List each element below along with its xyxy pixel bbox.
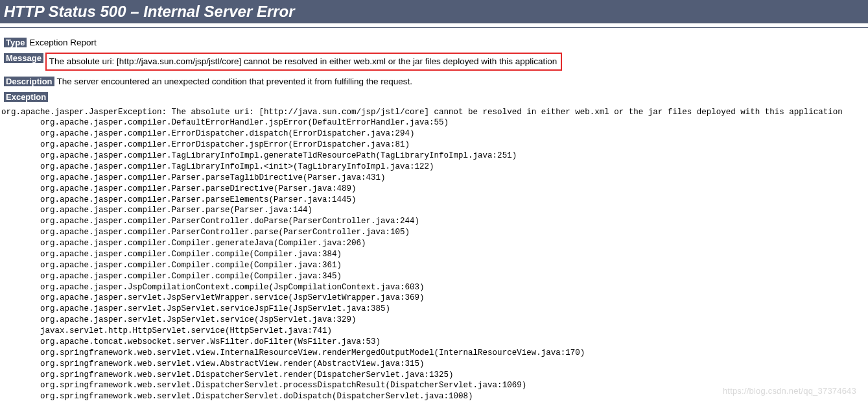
description-section: Description The server encountered an un… bbox=[4, 76, 864, 86]
message-section: Message The absolute uri: [http://java.s… bbox=[4, 53, 864, 71]
type-value: Exception Report bbox=[29, 38, 97, 47]
page-title: HTTP Status 500 – Internal Server Error bbox=[0, 0, 868, 23]
exception-section: Exception bbox=[4, 91, 864, 102]
description-value: The server encountered an unexpected con… bbox=[56, 77, 412, 86]
message-label: Message bbox=[4, 53, 43, 63]
exception-label: Exception bbox=[4, 92, 48, 102]
description-label: Description bbox=[4, 77, 54, 86]
message-value: The absolute uri: [http://java.sun.com/j… bbox=[49, 56, 557, 66]
type-section: Type Exception Report bbox=[4, 37, 864, 47]
exception-stacktrace: org.apache.jasper.JasperException: The a… bbox=[1, 107, 868, 403]
divider bbox=[0, 27, 868, 28]
type-label: Type bbox=[4, 38, 27, 47]
message-highlight-box: The absolute uri: [http://java.sun.com/j… bbox=[45, 53, 562, 71]
